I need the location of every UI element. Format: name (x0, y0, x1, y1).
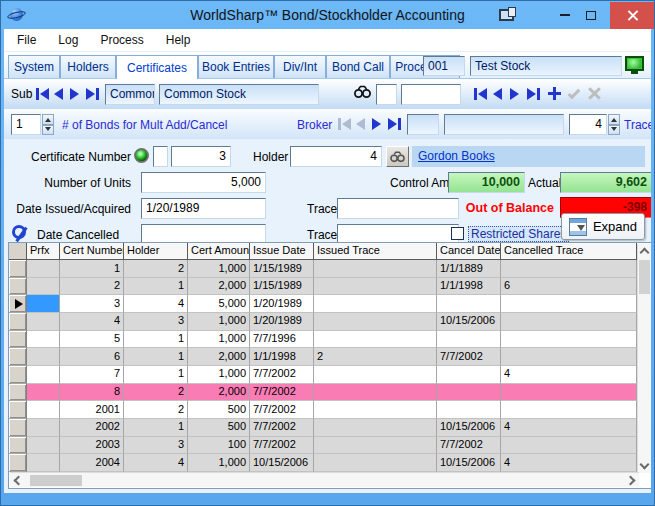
cell-cert_amount[interactable]: 2,000 (188, 384, 250, 402)
title-bar[interactable]: WorldSharp™ Bond/Stockholder Accounting (1, 1, 654, 29)
cell-cert_amount[interactable]: 1,000 (188, 313, 250, 331)
grid-header-issue_date[interactable]: Issue Date (250, 243, 314, 260)
cell-holder[interactable]: 4 (124, 295, 188, 313)
cell-prfx[interactable] (27, 260, 60, 278)
cell-prfx[interactable] (27, 401, 60, 419)
cell-cancelled_trace[interactable] (501, 331, 637, 349)
cell-issue_date[interactable]: 1/15/1989 (250, 278, 314, 296)
cell-prfx[interactable] (27, 366, 60, 384)
cell-issued_trace[interactable] (314, 419, 437, 437)
scroll-down-icon[interactable] (640, 460, 650, 470)
table-row[interactable]: 200215007/7/200210/15/20064 (9, 419, 651, 437)
cell-prfx[interactable] (27, 313, 60, 331)
tab-certificates[interactable]: Certificates (116, 55, 198, 79)
grid-header-cert_number[interactable]: Cert Number (60, 243, 124, 260)
cell-cancel_date[interactable] (437, 384, 501, 402)
row-selector[interactable] (9, 295, 27, 313)
cell-cert_amount[interactable]: 5,000 (188, 295, 250, 313)
cell-cert_amount[interactable]: 500 (188, 419, 250, 437)
sub-search-code-input[interactable] (376, 84, 397, 105)
broker-first-button[interactable] (338, 117, 351, 131)
cell-cert_number[interactable]: 3 (60, 295, 124, 313)
restricted-shares-checkbox[interactable] (451, 227, 464, 240)
cell-holder[interactable]: 2 (124, 384, 188, 402)
record-first-button[interactable] (474, 87, 487, 101)
sub-type-code-field[interactable]: Common (105, 84, 155, 105)
help-monitor-icon[interactable] (499, 9, 514, 21)
cell-cert_amount[interactable]: 2,000 (188, 348, 250, 366)
menu-help[interactable]: Help (155, 33, 202, 47)
trace-count-input[interactable]: 4 (569, 114, 607, 135)
maximize-button[interactable] (578, 2, 604, 29)
cell-prfx[interactable] (27, 278, 60, 296)
grid-header-prfx[interactable]: Prfx (27, 243, 60, 260)
cell-cert_number[interactable]: 2001 (60, 401, 124, 419)
cell-issue_date[interactable]: 7/7/2002 (250, 419, 314, 437)
date-issued-input[interactable]: 1/20/1989 (141, 198, 266, 219)
cell-issue_date[interactable]: 7/7/2002 (250, 384, 314, 402)
cell-prfx[interactable] (27, 419, 60, 437)
vertical-scrollbar[interactable] (637, 244, 651, 473)
cell-cancelled_trace[interactable] (501, 384, 637, 402)
cell-holder[interactable]: 3 (124, 437, 188, 455)
row-selector[interactable] (9, 401, 27, 419)
cancel-x-icon[interactable] (588, 87, 601, 100)
cell-cert_amount[interactable]: 1,000 (188, 454, 250, 472)
menu-log[interactable]: Log (47, 33, 89, 47)
cell-holder[interactable]: 2 (124, 401, 188, 419)
table-row[interactable]: 200441,00010/15/200610/15/20064 (9, 454, 651, 472)
grid-header-cancelled_trace[interactable]: Cancelled Trace (501, 243, 637, 260)
cell-cert_number[interactable]: 7 (60, 366, 124, 384)
cell-cert_number[interactable]: 2002 (60, 419, 124, 437)
row-selector[interactable] (9, 331, 27, 349)
row-selector[interactable] (9, 437, 27, 455)
cell-issued_trace[interactable] (314, 313, 437, 331)
cell-cancel_date[interactable] (437, 401, 501, 419)
cell-issue_date[interactable]: 7/7/1996 (250, 331, 314, 349)
table-row[interactable]: 711,0007/7/20024 (9, 366, 651, 384)
cell-cancel_date[interactable]: 1/1/1998 (437, 278, 501, 296)
row-selector[interactable] (9, 260, 27, 278)
sub-first-button[interactable] (36, 87, 49, 101)
row-selector[interactable] (9, 313, 27, 331)
cell-issued_trace[interactable] (314, 401, 437, 419)
table-row[interactable]: 612,0001/1/199827/7/2002 (9, 348, 651, 366)
cell-cert_number[interactable]: 5 (60, 331, 124, 349)
cell-cancelled_trace[interactable] (501, 401, 637, 419)
tab-div-int[interactable]: Div/Int (274, 55, 326, 78)
cell-cancel_date[interactable]: 10/15/2006 (437, 313, 501, 331)
cell-holder[interactable]: 1 (124, 331, 188, 349)
cell-holder[interactable]: 2 (124, 260, 188, 278)
bond-count-stepper[interactable] (42, 114, 54, 135)
cell-issue_date[interactable]: 7/7/2002 (250, 401, 314, 419)
cell-cert_number[interactable]: 6 (60, 348, 124, 366)
cell-issued_trace[interactable] (314, 295, 437, 313)
scroll-right-icon[interactable] (626, 476, 636, 486)
holder-name-link[interactable]: Gordon Books (418, 149, 495, 163)
cell-cert_amount[interactable]: 2,000 (188, 278, 250, 296)
green-led-icon[interactable] (134, 148, 149, 163)
cell-issue_date[interactable]: 1/20/1989 (250, 295, 314, 313)
cell-issued_trace[interactable] (314, 454, 437, 472)
row-selector[interactable] (9, 419, 27, 437)
cell-cancel_date[interactable] (437, 331, 501, 349)
cell-holder[interactable]: 3 (124, 313, 188, 331)
broker-name-field[interactable] (444, 114, 564, 135)
cell-issued_trace[interactable] (314, 366, 437, 384)
cell-issue_date[interactable]: 1/15/1989 (250, 260, 314, 278)
find-binoculars-icon[interactable] (354, 85, 371, 103)
tab-bond-call[interactable]: Bond Call (326, 55, 390, 78)
cell-issue_date[interactable]: 1/1/1998 (250, 348, 314, 366)
broker-prev-button[interactable] (356, 117, 365, 131)
restricted-shares-label[interactable]: Restricted Shares (468, 226, 569, 242)
table-row[interactable]: 822,0007/7/2002 (9, 384, 651, 402)
cell-cancelled_trace[interactable] (501, 295, 637, 313)
table-row[interactable]: 345,0001/20/1989 (9, 295, 651, 313)
sub-type-name-field[interactable]: Common Stock (159, 84, 319, 105)
minimize-button[interactable] (552, 2, 578, 29)
stock-code-field[interactable]: 001 (423, 56, 465, 76)
cell-cancel_date[interactable]: 10/15/2006 (437, 454, 501, 472)
bond-count-input[interactable]: 1 (11, 114, 41, 135)
cell-cancelled_trace[interactable]: 4 (501, 419, 637, 437)
cell-cert_number[interactable]: 4 (60, 313, 124, 331)
